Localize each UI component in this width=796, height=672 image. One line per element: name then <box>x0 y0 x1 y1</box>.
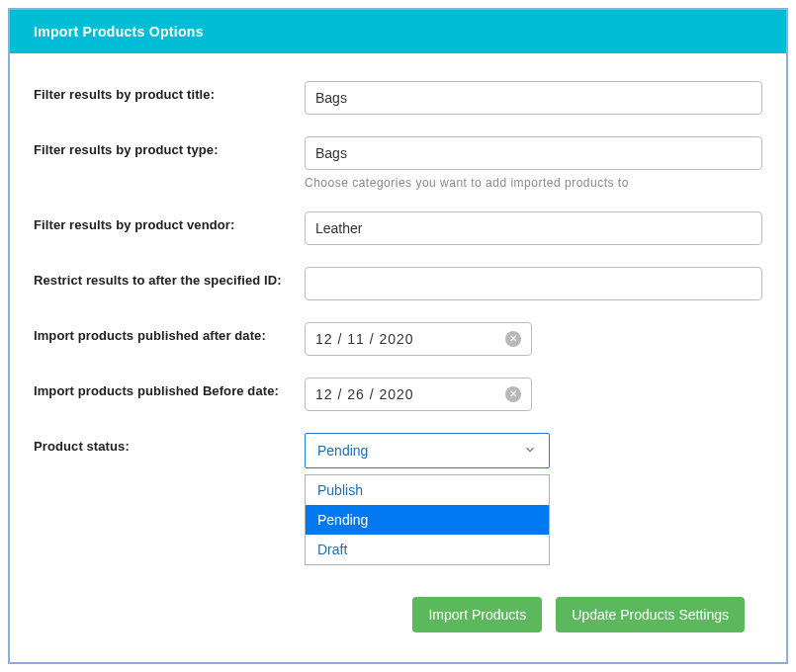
update-settings-button[interactable]: Update Products Settings <box>556 597 745 632</box>
field-restrict-id <box>305 267 762 300</box>
status-option-pending[interactable]: Pending <box>306 505 549 535</box>
select-status-value: Pending <box>317 443 368 459</box>
field-published-after: 12 / 11 / 2020 ✕ <box>305 322 762 356</box>
row-title-filter: Filter results by product title: <box>34 81 762 115</box>
row-restrict-id: Restrict results to after the specified … <box>34 267 762 300</box>
date-after-value: 12 / 11 / 2020 <box>315 331 414 347</box>
label-type-filter: Filter results by product type: <box>34 136 305 190</box>
input-type-filter[interactable] <box>305 136 762 170</box>
clear-date-before-icon[interactable]: ✕ <box>505 386 521 402</box>
label-title-filter: Filter results by product title: <box>34 81 305 115</box>
input-title-filter[interactable] <box>305 81 762 115</box>
label-published-after: Import products published after date: <box>34 322 305 356</box>
date-published-before[interactable]: 12 / 26 / 2020 ✕ <box>305 378 532 411</box>
field-type-filter: Choose categories you want to add import… <box>305 136 762 190</box>
date-published-after[interactable]: 12 / 11 / 2020 ✕ <box>305 322 532 356</box>
row-vendor-filter: Filter results by product vendor: <box>34 211 762 245</box>
status-option-draft[interactable]: Draft <box>306 535 549 564</box>
x-icon: ✕ <box>509 389 517 399</box>
panel-title: Import Products Options <box>34 24 204 40</box>
select-wrap-status: Pending Publish Pending Draft <box>305 433 550 468</box>
field-product-status: Pending Publish Pending Draft <box>305 433 762 468</box>
clear-date-after-icon[interactable]: ✕ <box>505 331 521 347</box>
label-published-before: Import products published Before date: <box>34 378 305 411</box>
field-vendor-filter <box>305 211 762 245</box>
dropdown-product-status: Publish Pending Draft <box>305 474 550 565</box>
select-product-status[interactable]: Pending <box>305 433 550 468</box>
row-published-after: Import products published after date: 12… <box>34 322 762 356</box>
row-type-filter: Filter results by product type: Choose c… <box>34 136 762 190</box>
label-restrict-id: Restrict results to after the specified … <box>34 267 305 300</box>
import-options-panel: Import Products Options Filter results b… <box>8 8 788 664</box>
label-vendor-filter: Filter results by product vendor: <box>34 211 305 245</box>
status-option-publish[interactable]: Publish <box>306 475 549 505</box>
field-title-filter <box>305 81 762 115</box>
x-icon: ✕ <box>509 334 517 344</box>
input-restrict-id[interactable] <box>305 267 762 300</box>
panel-header: Import Products Options <box>10 10 786 53</box>
helper-type-filter: Choose categories you want to add import… <box>305 176 762 190</box>
button-row: Import Products Update Products Settings <box>412 597 745 632</box>
chevron-down-icon <box>523 443 537 460</box>
row-published-before: Import products published Before date: 1… <box>34 378 762 411</box>
label-product-status: Product status: <box>34 433 305 468</box>
date-before-value: 12 / 26 / 2020 <box>315 386 414 402</box>
input-vendor-filter[interactable] <box>305 211 762 245</box>
row-product-status: Product status: Pending Publish Pending … <box>34 433 762 468</box>
field-published-before: 12 / 26 / 2020 ✕ <box>305 378 762 411</box>
import-products-button[interactable]: Import Products <box>412 597 542 632</box>
form-body: Filter results by product title: Filter … <box>10 53 786 510</box>
